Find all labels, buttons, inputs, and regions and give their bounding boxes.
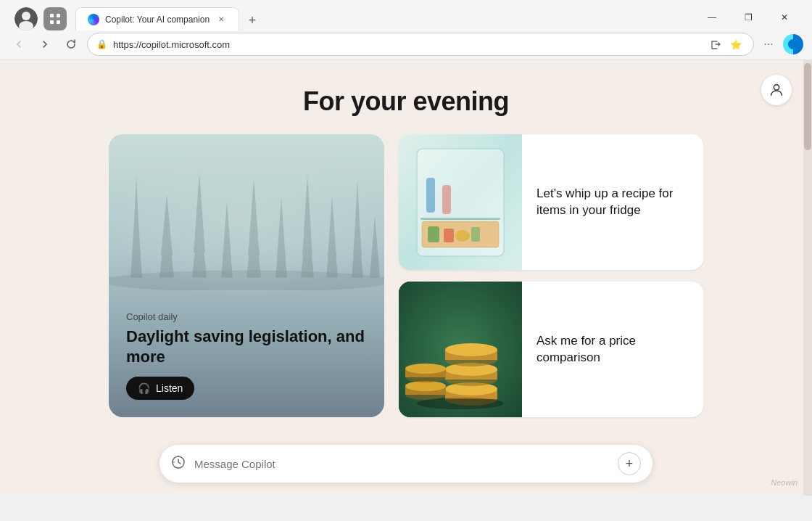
svg-point-40 bbox=[455, 230, 470, 242]
svg-rect-5 bbox=[50, 20, 54, 24]
lock-icon: 🔒 bbox=[96, 39, 107, 49]
svg-rect-6 bbox=[57, 20, 60, 24]
history-icon[interactable] bbox=[171, 455, 186, 473]
svg-point-60 bbox=[405, 364, 446, 374]
forward-button[interactable] bbox=[35, 34, 55, 54]
copilot-daily-card[interactable]: Copilot daily Daylight saving legislatio… bbox=[109, 134, 384, 417]
profile-icon[interactable] bbox=[14, 7, 38, 30]
svg-point-61 bbox=[417, 398, 504, 409]
menu-button[interactable]: ··· bbox=[760, 36, 777, 53]
fridge-image bbox=[399, 134, 522, 270]
svg-point-54 bbox=[445, 343, 497, 356]
back-button[interactable] bbox=[9, 34, 29, 54]
tab-close-button[interactable]: ✕ bbox=[215, 14, 227, 25]
svg-rect-43 bbox=[442, 185, 451, 214]
listen-button[interactable]: 🎧 Listen bbox=[126, 377, 194, 400]
tab-title: Copilot: Your AI companion bbox=[105, 15, 210, 25]
add-attachment-button[interactable]: + bbox=[618, 452, 641, 475]
svg-rect-4 bbox=[57, 14, 60, 17]
svg-rect-39 bbox=[444, 229, 454, 242]
forest-illustration bbox=[109, 149, 384, 290]
svg-rect-36 bbox=[420, 218, 500, 220]
url-text: https://copilot.microsoft.com bbox=[113, 39, 701, 50]
price-suggestion-card[interactable]: Ask me for a price comparison bbox=[399, 282, 703, 417]
suggestion-cards: Let's whip up a recipe for items in your… bbox=[399, 134, 703, 417]
card-category-label: Copilot daily bbox=[126, 311, 367, 322]
card-headline: Daylight saving legislation, and more bbox=[126, 327, 367, 366]
fridge-suggestion-card[interactable]: Let's whip up a recipe for items in your… bbox=[399, 134, 703, 270]
page-title: For your evening bbox=[303, 86, 509, 117]
share-button[interactable] bbox=[707, 36, 724, 53]
svg-point-57 bbox=[405, 381, 446, 391]
refresh-button[interactable] bbox=[61, 34, 81, 54]
extension-icon[interactable] bbox=[44, 7, 67, 30]
message-input-bar: + bbox=[160, 445, 652, 483]
svg-rect-8 bbox=[109, 149, 384, 290]
window-controls: — ❐ ✕ bbox=[696, 7, 800, 28]
headphones-icon: 🎧 bbox=[138, 382, 150, 394]
card-content: Copilot daily Daylight saving legislatio… bbox=[109, 297, 384, 417]
address-bar[interactable]: 🔒 https://copilot.microsoft.com ⭐ bbox=[87, 33, 754, 56]
svg-point-33 bbox=[109, 270, 384, 290]
svg-rect-41 bbox=[471, 227, 480, 242]
neowin-watermark: Neowin bbox=[771, 478, 798, 487]
svg-rect-3 bbox=[50, 14, 54, 17]
maximize-button[interactable]: ❐ bbox=[732, 7, 764, 28]
svg-point-7 bbox=[774, 85, 779, 90]
user-avatar-button[interactable] bbox=[761, 75, 792, 105]
scrollbar[interactable] bbox=[803, 60, 812, 496]
title-bar: — ❐ ✕ bbox=[0, 0, 812, 29]
cards-container: Copilot daily Daylight saving legislatio… bbox=[109, 134, 703, 417]
address-bar-row: 🔒 https://copilot.microsoft.com ⭐ ··· bbox=[0, 29, 812, 60]
page-content: For your evening bbox=[0, 60, 812, 496]
edge-browser-icon[interactable] bbox=[783, 34, 803, 54]
svg-point-1 bbox=[22, 12, 30, 20]
address-actions: ⭐ bbox=[707, 36, 745, 53]
minimize-button[interactable]: — bbox=[696, 7, 728, 28]
browser-chrome: — ❐ ✕ bbox=[0, 0, 812, 60]
copilot-tab-favicon bbox=[88, 14, 99, 25]
scrollbar-thumb[interactable] bbox=[804, 63, 811, 150]
svg-rect-38 bbox=[428, 226, 439, 242]
favorites-button[interactable]: ⭐ bbox=[727, 36, 745, 53]
new-tab-button[interactable]: + bbox=[242, 10, 262, 30]
fridge-suggestion-text: Let's whip up a recipe for items in your… bbox=[522, 171, 703, 234]
svg-rect-42 bbox=[426, 178, 435, 213]
tab-bar: Copilot: Your AI companion ✕ + bbox=[9, 4, 268, 30]
close-button[interactable]: ✕ bbox=[768, 7, 800, 28]
coins-image bbox=[399, 282, 522, 417]
message-input-field[interactable] bbox=[194, 458, 609, 470]
price-suggestion-text: Ask me for a price comparison bbox=[522, 319, 703, 381]
active-tab[interactable]: Copilot: Your AI companion ✕ bbox=[75, 7, 239, 30]
